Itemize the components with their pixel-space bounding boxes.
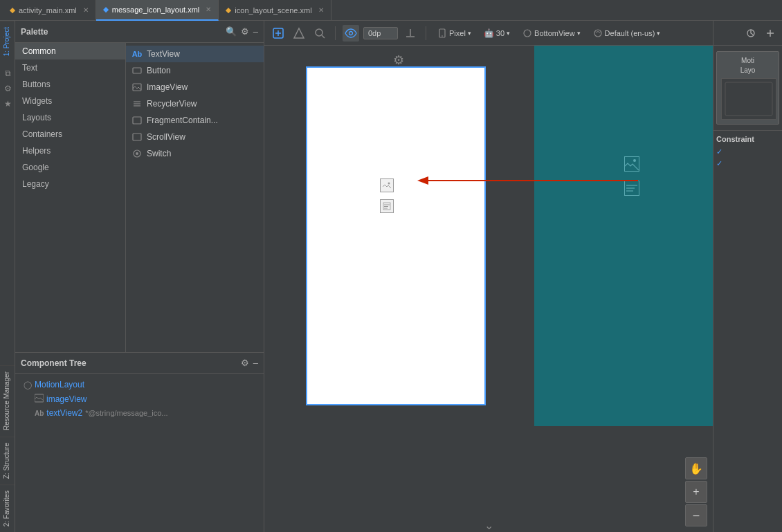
view-label: BottomView bbox=[534, 29, 575, 37]
palette-categories: Common Text Buttons Widgets Layouts bbox=[15, 43, 126, 352]
widget-fragmentcontainer-icon bbox=[131, 115, 143, 126]
tab-close-message-icon-layout[interactable]: ✕ bbox=[206, 6, 211, 13]
palette-cat-google[interactable]: Google bbox=[15, 159, 125, 176]
zoom-out-btn[interactable]: – bbox=[685, 504, 707, 526]
palette-cat-common[interactable]: Common bbox=[15, 43, 125, 59]
device-dropdown[interactable]: Pixel ▾ bbox=[433, 27, 475, 39]
palette-actions: 🔍 ⚙ – bbox=[226, 26, 258, 37]
tree-item-imageview[interactable]: imageView bbox=[32, 392, 258, 406]
svg-rect-35 bbox=[722, 79, 776, 119]
tab-activity-main[interactable]: ◆ activity_main.xml ✕ bbox=[3, 0, 96, 21]
canvas-bottom-toolbar: ✋ + – bbox=[685, 457, 707, 526]
widget-imageview-icon bbox=[131, 82, 143, 93]
canvas-toolbar: 0dp Pixel ▾ 🤖 30 ▾ BottomView ▾ bbox=[264, 21, 713, 46]
structure-icon: ⧉ bbox=[0, 66, 15, 81]
tab-close-activity-main[interactable]: ✕ bbox=[83, 6, 89, 14]
textview2-tree-value: *@string/message_ico... bbox=[85, 409, 167, 417]
widget-recyclerview-icon bbox=[131, 98, 143, 109]
resize-handle[interactable]: ⌄ bbox=[484, 519, 493, 532]
right-btn-add[interactable] bbox=[763, 26, 778, 41]
widget-switch[interactable]: Switch bbox=[126, 145, 264, 162]
blueprint-view-btn[interactable] bbox=[291, 25, 307, 42]
palette-cat-helpers[interactable]: Helpers bbox=[15, 143, 125, 159]
palette-cat-text[interactable]: Text bbox=[15, 59, 125, 76]
dark-textview-icon bbox=[624, 181, 639, 196]
component-tree-settings-icon[interactable]: ⚙ bbox=[241, 358, 249, 368]
design-view-btn[interactable] bbox=[270, 25, 287, 42]
dark-imageview-icon bbox=[624, 156, 639, 172]
tab-label-icon-layout-scene: icon_layout_scene.xml bbox=[235, 6, 311, 15]
tab-icon-activity-main: ◆ bbox=[10, 6, 15, 14]
dark-canvas-panel bbox=[534, 46, 713, 426]
svg-point-8 bbox=[136, 152, 138, 155]
component-tree-actions: ⚙ – bbox=[241, 358, 258, 368]
motion-layout-title: MotiLayo bbox=[721, 56, 774, 75]
palette-widgets: Ab TextView Button ImageView bbox=[126, 43, 264, 352]
canvas-content: ⚙ ⚙ bbox=[264, 46, 713, 532]
imageview-tree-label: imageView bbox=[46, 394, 87, 404]
tab-label-message-icon-layout: message_icon_layout.xml bbox=[112, 6, 200, 14]
right-panel-top bbox=[713, 21, 782, 46]
palette-search-icon[interactable]: 🔍 bbox=[226, 26, 237, 37]
palette-cat-widgets[interactable]: Widgets bbox=[15, 93, 125, 109]
right-btn-motionscene[interactable] bbox=[743, 26, 758, 41]
vertical-strip-left: 1: Project ⧉ ⚙ ★ Resource Manager Z: Str… bbox=[0, 21, 15, 532]
widget-scrollview[interactable]: ScrollView bbox=[126, 129, 264, 145]
baseline-btn[interactable] bbox=[402, 25, 419, 42]
palette-cat-buttons[interactable]: Buttons bbox=[15, 76, 125, 93]
view-dropdown[interactable]: BottomView ▾ bbox=[518, 27, 585, 39]
tree-item-motionlayout[interactable]: ◯ MotionLayout bbox=[21, 378, 258, 392]
sidebar-item-resource-manager[interactable]: Resource Manager bbox=[0, 365, 15, 436]
resource-icon: ⚙ bbox=[0, 81, 15, 96]
sidebar-item-project[interactable]: 1: Project bbox=[0, 21, 15, 62]
chevron-down-api-icon: ▾ bbox=[507, 30, 510, 37]
svg-point-22 bbox=[388, 183, 390, 185]
dp-input[interactable]: 0dp bbox=[363, 27, 398, 39]
widget-fragmentcontainer[interactable]: FragmentContain... bbox=[126, 112, 264, 129]
palette-collapse-icon[interactable]: – bbox=[253, 26, 258, 37]
left-panels: Palette 🔍 ⚙ – Common Text Bu bbox=[15, 21, 264, 532]
component-tree-collapse-icon[interactable]: – bbox=[253, 358, 258, 368]
zoom-btn[interactable] bbox=[311, 25, 328, 42]
palette-cat-layouts[interactable]: Layouts bbox=[15, 109, 125, 126]
svg-rect-0 bbox=[133, 68, 141, 73]
api-dropdown[interactable]: 🤖 30 ▾ bbox=[480, 27, 514, 39]
sidebar-item-z-structure[interactable]: Z: Structure bbox=[0, 437, 15, 484]
svg-point-12 bbox=[316, 29, 322, 36]
svg-rect-6 bbox=[133, 134, 141, 140]
tab-icon-layout-scene[interactable]: ◆ icon_layout_scene.xml ✕ bbox=[219, 0, 331, 21]
constraint-item-1: ✓ bbox=[716, 146, 779, 158]
widget-button[interactable]: Button bbox=[126, 62, 264, 79]
palette-cat-containers[interactable]: Containers bbox=[15, 126, 125, 143]
check-icon-1: ✓ bbox=[716, 147, 722, 156]
pin-indicator-left: ⚙ bbox=[393, 53, 404, 68]
zoom-in-btn[interactable]: + bbox=[685, 481, 707, 503]
palette-settings-icon[interactable]: ⚙ bbox=[241, 26, 249, 37]
widget-recyclerview[interactable]: RecyclerView bbox=[126, 95, 264, 112]
tab-close-icon-layout-scene[interactable]: ✕ bbox=[318, 6, 324, 14]
eye-btn[interactable] bbox=[343, 25, 359, 42]
tab-message-icon-layout[interactable]: ◆ message_icon_layout.xml ✕ bbox=[96, 0, 219, 21]
component-tree-header: Component Tree ⚙ – bbox=[15, 353, 264, 374]
sidebar-item-favorites[interactable]: 2: Favorites bbox=[0, 484, 15, 532]
svg-point-14 bbox=[349, 31, 353, 35]
widget-textview[interactable]: Ab TextView bbox=[126, 46, 264, 62]
component-tree-panel: Component Tree ⚙ – ◯ MotionLayout ima bbox=[15, 352, 264, 532]
motion-layout-preview bbox=[721, 78, 776, 120]
palette-panel: Palette 🔍 ⚙ – Common Text Bu bbox=[15, 21, 264, 352]
locale-dropdown[interactable]: Default (en-us) ▾ bbox=[589, 27, 665, 39]
phone-preview[interactable] bbox=[306, 66, 486, 405]
widget-scrollview-icon bbox=[131, 131, 143, 143]
svg-rect-5 bbox=[133, 117, 141, 124]
imageview-tree-icon bbox=[35, 394, 44, 404]
tree-content: ◯ MotionLayout imageView Ab textView2 *@… bbox=[15, 374, 264, 532]
api-icon: 🤖 bbox=[484, 28, 494, 38]
motion-layout-card[interactable]: MotiLayo bbox=[716, 51, 779, 125]
tree-item-textview2[interactable]: Ab textView2 *@string/message_ico... bbox=[32, 406, 258, 420]
motionlayout-label: MotionLayout bbox=[35, 380, 84, 389]
textview-icon-preview bbox=[380, 199, 394, 213]
right-panel: MotiLayo Constraint ✓ ✓ bbox=[713, 21, 782, 532]
widget-imageview[interactable]: ImageView bbox=[126, 79, 264, 95]
palette-cat-legacy[interactable]: Legacy bbox=[15, 176, 125, 192]
pan-btn[interactable]: ✋ bbox=[685, 457, 707, 479]
